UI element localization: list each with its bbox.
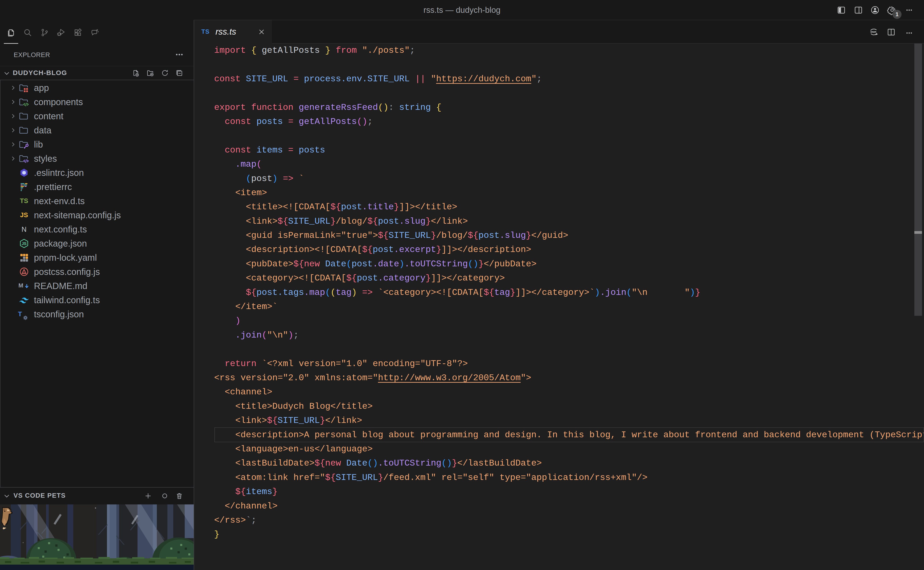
svg-text:JS: JS bbox=[21, 241, 26, 246]
